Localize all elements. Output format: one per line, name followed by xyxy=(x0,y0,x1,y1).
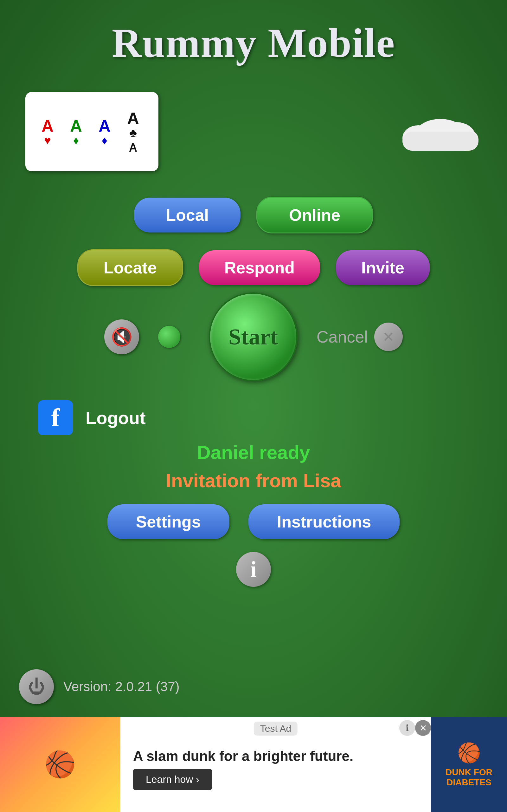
mute-button[interactable]: 🔇 xyxy=(104,319,139,354)
start-button[interactable]: Start xyxy=(209,293,297,381)
settings-button[interactable]: Settings xyxy=(107,504,229,539)
bottom-section: ⏻ Version: 2.0.21 (37) xyxy=(19,669,180,704)
app-title: Rummy Mobile xyxy=(112,19,395,67)
ad-close-button[interactable]: ✕ xyxy=(415,720,431,736)
local-online-row: Local Online xyxy=(134,197,373,234)
ad-image: 🏀 xyxy=(0,717,120,812)
ad-image-placeholder: 🏀 xyxy=(44,750,76,779)
ad-content-area: Test Ad A slam dunk for a brighter futur… xyxy=(120,717,431,812)
respond-button[interactable]: Respond xyxy=(199,250,320,285)
ad-logo-area: 🏀 DUNK FOR DIABETES xyxy=(431,717,507,812)
cards-cloud-row: A ♥ A ♦ A ♦ A ♣ A xyxy=(0,92,507,171)
cancel-area: Cancel ✕ xyxy=(317,322,403,351)
card-ace-diamonds-blue: A ♦ xyxy=(92,116,117,147)
status-section: Daniel ready Invitation from Lisa xyxy=(166,442,341,492)
ad-banner: 🏀 Test Ad A slam dunk for a brighter fut… xyxy=(0,717,507,812)
ad-logo-text: DUNK FOR DIABETES xyxy=(437,767,501,788)
online-button[interactable]: Online xyxy=(257,197,373,234)
invitation-status: Invitation from Lisa xyxy=(166,470,341,492)
facebook-section: f Logout xyxy=(0,400,507,435)
card-ace-diamonds-green: A ♦ xyxy=(63,116,89,147)
ad-text: A slam dunk for a brighter future. xyxy=(133,748,418,764)
card-ace-hearts: A ♥ xyxy=(35,116,60,147)
facebook-icon: f xyxy=(38,400,73,435)
power-icon: ⏻ xyxy=(28,676,45,697)
info-icon: i xyxy=(250,557,257,582)
ad-learn-more-button[interactable]: Learn how › xyxy=(133,769,212,790)
cards-display: A ♥ A ♦ A ♦ A ♣ A xyxy=(25,92,158,171)
mute-icon: 🔇 xyxy=(111,327,133,347)
info-button[interactable]: i xyxy=(236,552,271,587)
invite-button[interactable]: Invite xyxy=(336,250,430,285)
locate-respond-invite-row: Locate Respond Invite xyxy=(77,249,430,286)
cloud-decoration xyxy=(399,113,482,151)
settings-instructions-row: Settings Instructions xyxy=(107,504,400,539)
instructions-button[interactable]: Instructions xyxy=(248,504,400,539)
ad-label: Test Ad xyxy=(254,722,297,735)
cancel-button[interactable]: ✕ xyxy=(374,322,403,351)
version-label: Version: 2.0.21 (37) xyxy=(63,679,180,694)
cancel-label: Cancel xyxy=(317,327,368,346)
player-dot-1 xyxy=(158,326,180,348)
locate-button[interactable]: Locate xyxy=(77,249,183,286)
game-controls-row: 🔇 Start Cancel ✕ xyxy=(0,293,507,381)
logout-button[interactable]: Logout xyxy=(86,408,146,428)
player-dots xyxy=(158,326,180,348)
local-button[interactable]: Local xyxy=(134,198,240,233)
cancel-x-icon: ✕ xyxy=(383,328,395,345)
ad-info-button[interactable]: ℹ xyxy=(399,720,415,736)
player-ready-status: Daniel ready xyxy=(197,442,310,463)
power-button[interactable]: ⏻ xyxy=(19,669,54,704)
card-ace-clubs: A ♣ A xyxy=(120,109,146,154)
mode-buttons-section: Local Online Locate Respond Invite xyxy=(0,197,507,286)
